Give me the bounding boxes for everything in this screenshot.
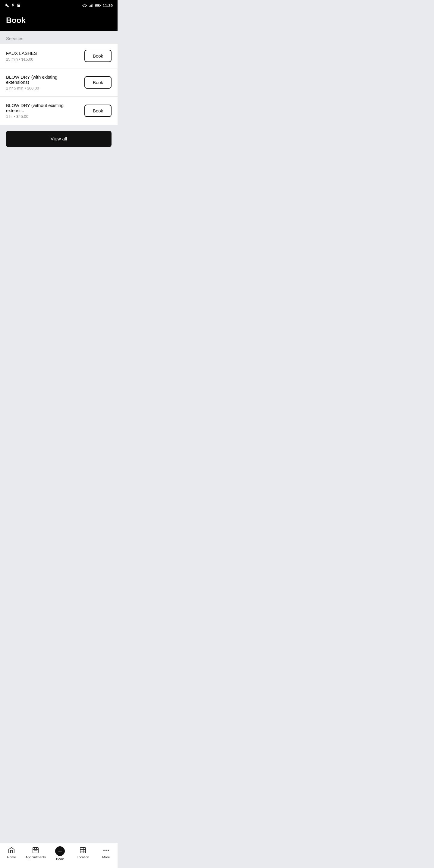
svg-rect-6 — [91, 4, 92, 7]
svg-rect-9 — [100, 5, 101, 6]
signal-icon — [89, 4, 93, 7]
sd-icon — [17, 3, 21, 7]
view-all-button[interactable]: View all — [6, 131, 112, 147]
svg-rect-1 — [18, 4, 18, 5]
service-name: BLOW DRY (with existing extensions) — [6, 74, 80, 85]
status-bar-left — [5, 3, 21, 7]
svg-rect-5 — [90, 5, 90, 7]
service-name: BLOW DRY (without existing extensi... — [6, 103, 80, 113]
book-button-faux-lashes[interactable]: Book — [84, 50, 112, 62]
status-time: 11:39 — [103, 3, 113, 8]
service-details: 1 hr 5 min • $60.00 — [6, 86, 80, 90]
service-details: 15 min • $15.00 — [6, 57, 80, 61]
service-info-blow-dry-with: BLOW DRY (with existing extensions) 1 hr… — [6, 74, 84, 90]
svg-rect-7 — [92, 4, 93, 7]
service-info-faux-lashes: FAUX LASHES 15 min • $15.00 — [6, 51, 84, 61]
service-name: FAUX LASHES — [6, 51, 80, 56]
service-item-blow-dry-without: BLOW DRY (without existing extensi... 1 … — [0, 97, 118, 125]
service-item-blow-dry-with: BLOW DRY (with existing extensions) 1 hr… — [0, 68, 118, 97]
services-label: Services — [6, 36, 24, 41]
main-content: Services FAUX LASHES 15 min • $15.00 Boo… — [0, 31, 118, 268]
svg-rect-3 — [19, 4, 20, 5]
wifi-icon — [82, 4, 87, 7]
lightning-icon — [11, 3, 15, 7]
services-section-header: Services — [0, 31, 118, 44]
service-details: 1 hr • $45.00 — [6, 114, 80, 119]
gray-area — [0, 153, 118, 244]
book-button-blow-dry-without[interactable]: Book — [84, 104, 112, 117]
book-button-blow-dry-with[interactable]: Book — [84, 76, 112, 89]
services-list: FAUX LASHES 15 min • $15.00 Book BLOW DR… — [0, 44, 118, 125]
service-info-blow-dry-without: BLOW DRY (without existing extensi... 1 … — [6, 103, 84, 119]
wrench-icon — [5, 3, 9, 7]
svg-rect-4 — [89, 6, 90, 7]
page-header: Book — [0, 11, 118, 31]
battery-icon — [95, 4, 101, 7]
status-bar-right: 11:39 — [82, 3, 113, 8]
status-bar: 11:39 — [0, 0, 118, 11]
page-title: Book — [6, 16, 112, 25]
service-item-faux-lashes: FAUX LASHES 15 min • $15.00 Book — [0, 44, 118, 68]
